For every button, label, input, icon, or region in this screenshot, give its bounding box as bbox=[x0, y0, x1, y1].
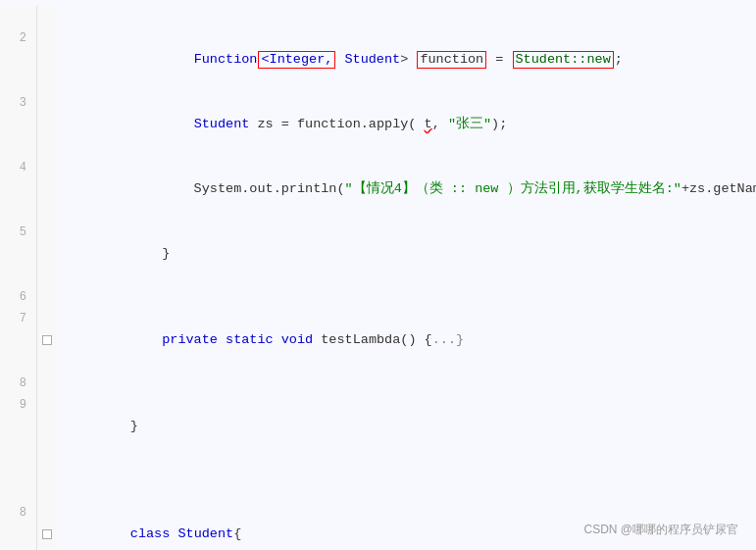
gutter-6 bbox=[37, 286, 57, 308]
line-num-7: 7 bbox=[0, 308, 37, 373]
code-line-4: 4 System.out.println("【情况4】（类 :: new ）方法… bbox=[0, 157, 756, 222]
code-line-5: 5 } bbox=[0, 222, 756, 286]
gutter-11 bbox=[37, 480, 57, 502]
line-num-8: 8 bbox=[0, 373, 37, 394]
line-num-6: 6 bbox=[0, 286, 37, 308]
watermark: CSDN @哪哪的程序员铲尿官 bbox=[583, 522, 738, 538]
line-num-1 bbox=[0, 6, 37, 27]
gutter-12 bbox=[37, 502, 57, 550]
line-num-12: 8 bbox=[0, 502, 37, 550]
code-line-8: 8 bbox=[0, 373, 756, 394]
line-num-4: 4 bbox=[0, 157, 37, 222]
gutter-3 bbox=[37, 92, 57, 157]
code-lines: 2 Function<Integer, Student> function = … bbox=[0, 0, 756, 550]
gutter-4 bbox=[37, 157, 57, 222]
gutter-10 bbox=[37, 459, 57, 480]
gutter-9 bbox=[37, 394, 57, 459]
gutter-1 bbox=[37, 6, 57, 27]
code-line-11 bbox=[0, 480, 756, 502]
line-content-6 bbox=[57, 286, 756, 308]
code-line-7: 7 private static void testLambda() {...} bbox=[0, 308, 756, 373]
code-line-1 bbox=[0, 6, 756, 27]
line-content-1 bbox=[57, 6, 756, 27]
code-line-6: 6 bbox=[0, 286, 756, 308]
code-line-3: 3 Student zs = function.apply( t, "张三"); bbox=[0, 92, 756, 157]
line-content-2: Function<Integer, Student> function = St… bbox=[57, 27, 756, 92]
line-num-11 bbox=[0, 480, 37, 502]
gutter-5 bbox=[37, 222, 57, 286]
code-line-9: 9 } bbox=[0, 394, 756, 459]
code-line-2: 2 Function<Integer, Student> function = … bbox=[0, 27, 756, 92]
line-content-11 bbox=[57, 480, 756, 502]
line-content-8 bbox=[57, 373, 756, 394]
line-num-3: 3 bbox=[0, 92, 37, 157]
line-content-10 bbox=[57, 459, 756, 480]
line-content-7: private static void testLambda() {...} bbox=[57, 308, 756, 373]
line-content-4: System.out.println("【情况4】（类 :: new ）方法引用… bbox=[57, 157, 756, 222]
gutter-8 bbox=[37, 373, 57, 394]
code-editor: 2 Function<Integer, Student> function = … bbox=[0, 0, 756, 550]
line-num-5: 5 bbox=[0, 222, 37, 286]
gutter-7 bbox=[37, 308, 57, 373]
line-num-9: 9 bbox=[0, 394, 37, 459]
line-content-5: } bbox=[57, 222, 756, 286]
code-line-10 bbox=[0, 459, 756, 480]
line-num-2: 2 bbox=[0, 27, 37, 92]
line-num-10 bbox=[0, 459, 37, 480]
line-content-9: } bbox=[57, 394, 756, 459]
line-content-3: Student zs = function.apply( t, "张三"); bbox=[57, 92, 756, 157]
gutter-2 bbox=[37, 27, 57, 92]
